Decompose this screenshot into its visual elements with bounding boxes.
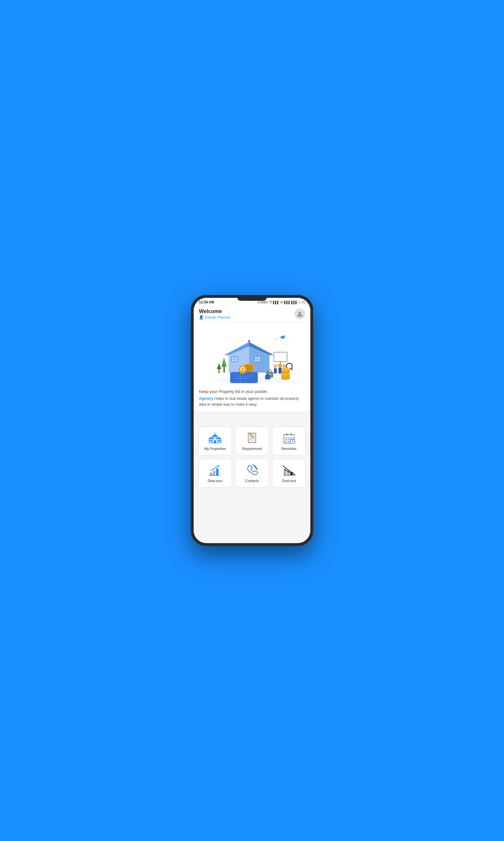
welcome-label: Welcome — [199, 308, 230, 314]
svg-rect-67 — [218, 440, 219, 441]
svg-rect-68 — [220, 440, 221, 441]
data-speed: 0.0KB/s — [258, 301, 268, 304]
reminder-label: Reminder — [282, 447, 296, 451]
status-time: 11:59 AM — [199, 300, 214, 304]
svg-rect-58 — [214, 440, 216, 443]
svg-point-0 — [299, 312, 301, 314]
banner-tagline: Keep your Property list in your pocket. — [199, 389, 305, 394]
menu-item-reminder[interactable]: Reminder — [272, 427, 306, 455]
svg-rect-59 — [213, 437, 214, 439]
svg-point-35 — [241, 368, 244, 370]
svg-rect-83 — [284, 436, 294, 437]
my-properties-icon — [208, 432, 222, 444]
menu-item-deal-won[interactable]: Deal-won — [198, 459, 232, 487]
camera-notch — [237, 298, 267, 301]
svg-point-52 — [281, 368, 290, 371]
svg-rect-96 — [210, 473, 212, 475]
svg-point-25 — [276, 339, 277, 340]
banner-section: Keep your Property list in your pocket. … — [194, 323, 310, 412]
svg-rect-18 — [218, 369, 220, 373]
svg-point-40 — [278, 363, 282, 368]
phone-frame: 11:59 AM 0.0KB/s ⏰ ▌▌▌ Vo ▌▌▌ ▌▌▌ ⬡ 72 W… — [191, 295, 313, 546]
svg-point-26 — [274, 340, 275, 341]
signal-icons: ⏰ ▌▌▌ Vo ▌▌▌ ▌▌▌ ⬡ — [269, 301, 301, 304]
camera-dot — [251, 298, 253, 301]
contacts-label: Contacts — [245, 479, 259, 483]
avatar-icon — [296, 311, 303, 317]
user-icon: 👤 — [199, 315, 203, 320]
svg-rect-28 — [232, 374, 256, 382]
menu-item-requirement[interactable]: Requirement — [235, 427, 269, 455]
phone-screen: 11:59 AM 0.0KB/s ⏰ ▌▌▌ Vo ▌▌▌ ▌▌▌ ⬡ 72 W… — [194, 298, 310, 543]
my-properties-label: My Properties — [204, 447, 226, 451]
svg-rect-97 — [213, 471, 215, 475]
svg-point-42 — [282, 364, 286, 368]
svg-rect-39 — [274, 368, 277, 374]
svg-rect-20 — [274, 352, 287, 361]
svg-rect-41 — [278, 368, 282, 374]
svg-marker-17 — [222, 357, 226, 364]
status-right: 0.0KB/s ⏰ ▌▌▌ Vo ▌▌▌ ▌▌▌ ⬡ 72 — [258, 301, 305, 304]
svg-rect-64 — [211, 440, 212, 441]
reminder-icon — [282, 432, 296, 444]
menu-section: My Properties — [194, 412, 310, 543]
svg-marker-19 — [217, 363, 221, 369]
battery-level: 72 — [302, 301, 305, 304]
header-left: Welcome 👤 Kishan Parmar — [199, 308, 230, 320]
avatar[interactable] — [294, 309, 305, 319]
deal-won-label: Deal-won — [208, 479, 222, 483]
contacts-icon — [245, 464, 259, 476]
deal-won-icon — [208, 464, 222, 476]
brand-name: Agentry — [199, 396, 213, 401]
svg-point-91 — [288, 441, 289, 442]
hero-illustration — [211, 329, 293, 384]
svg-rect-15 — [223, 367, 225, 373]
deal-lost-label: Deal-lost — [282, 479, 296, 483]
menu-row-2: Deal-won Contacts — [198, 459, 306, 487]
menu-row-1: My Properties — [198, 427, 306, 455]
svg-rect-84 — [286, 433, 288, 436]
svg-point-38 — [273, 364, 277, 368]
svg-rect-60 — [216, 437, 217, 439]
deal-lost-icon — [282, 464, 296, 476]
svg-point-90 — [286, 441, 287, 442]
requirement-icon — [245, 432, 259, 444]
requirement-label: Requirement — [242, 447, 262, 451]
svg-point-86 — [286, 439, 287, 440]
menu-item-deal-lost[interactable]: Deal-lost — [272, 459, 306, 487]
svg-marker-57 — [212, 434, 218, 437]
svg-point-24 — [278, 338, 279, 339]
user-name: Kishan Parmar — [205, 315, 230, 320]
svg-rect-8 — [246, 365, 253, 372]
svg-rect-85 — [290, 433, 292, 436]
svg-rect-63 — [210, 440, 211, 441]
menu-item-my-properties[interactable]: My Properties — [198, 427, 232, 455]
svg-point-95 — [292, 441, 293, 442]
banner-illustration — [199, 327, 305, 386]
svg-rect-98 — [216, 468, 218, 475]
app-header: Welcome 👤 Kishan Parmar — [194, 306, 310, 323]
banner-desc-text: Helps to real estate agents to maintain … — [199, 396, 299, 407]
menu-item-contacts[interactable]: Contacts — [235, 459, 269, 487]
svg-marker-6 — [248, 340, 251, 342]
svg-point-87 — [288, 439, 289, 440]
user-row: 👤 Kishan Parmar — [199, 315, 230, 320]
svg-line-46 — [291, 368, 293, 370]
banner-description: Agentry Helps to real estate agents to m… — [199, 396, 305, 407]
